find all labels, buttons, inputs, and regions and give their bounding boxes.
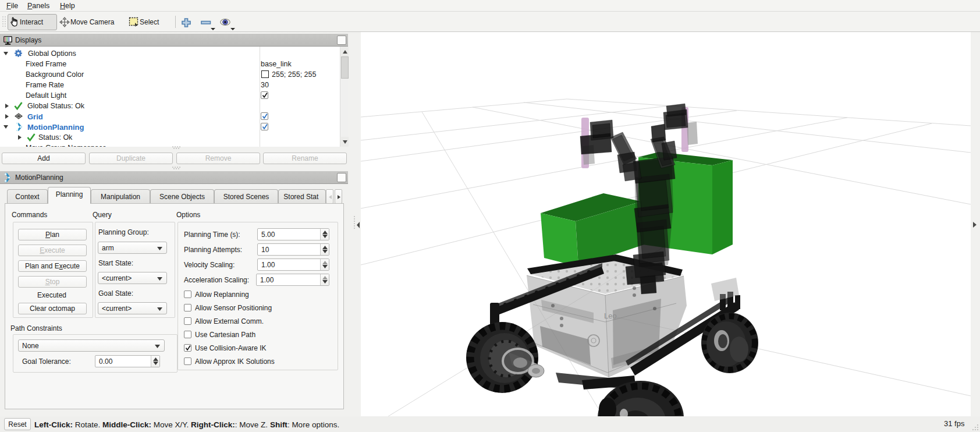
- svg-text:Leo: Leo: [604, 311, 617, 320]
